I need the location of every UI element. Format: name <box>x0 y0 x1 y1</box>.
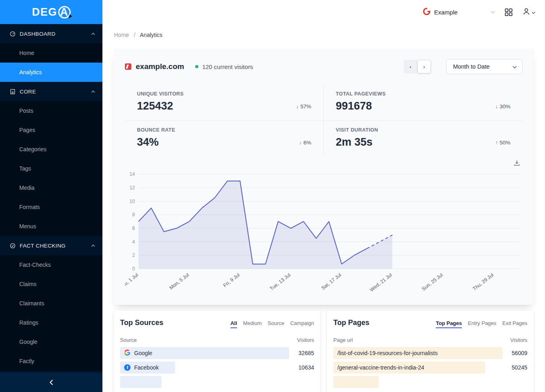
workspace-label: Example <box>434 9 457 16</box>
page-row-partial[interactable] <box>333 376 527 388</box>
pages-tabs: Top Pages Entry Pages Exit Pages <box>436 320 527 328</box>
check-circle-icon <box>10 243 16 249</box>
breakdown-cards: Top Sources All Medium Source Campaign S… <box>114 311 534 392</box>
chevron-down-icon <box>512 63 517 70</box>
stat-value: 2m 35s <box>336 136 378 148</box>
sidebar-item-tags[interactable]: Tags <box>0 159 102 178</box>
stat-change: ↑ 50% <box>495 140 510 148</box>
stat-label: BOUNCE RATE <box>137 127 175 133</box>
prev-period-button[interactable]: ‹ <box>404 60 417 73</box>
sidebar-item-ratings[interactable]: Ratings <box>0 313 102 332</box>
trend-arrow-icon: ↓ <box>299 140 302 146</box>
top-pages-card: Top Pages Top Pages Entry Pages Exit Pag… <box>327 311 534 392</box>
page-content: example.com 120 current visitors ‹ › Mon… <box>102 38 545 392</box>
sidebar-item-pages[interactable]: Pages <box>0 120 102 140</box>
svg-text:Mon, 5 Jul: Mon, 5 Jul <box>168 272 190 290</box>
download-row <box>125 156 523 168</box>
svg-text:Fri, 9 Jul: Fri, 9 Jul <box>222 272 241 288</box>
analytics-panel: example.com 120 current visitors ‹ › Mon… <box>114 49 534 305</box>
svg-text:2: 2 <box>132 252 135 258</box>
svg-text:14: 14 <box>130 171 135 177</box>
tab-top-pages[interactable]: Top Pages <box>436 320 462 328</box>
visitors-count: 32685 <box>295 350 314 356</box>
period-dropdown[interactable]: Month to Date <box>446 59 523 74</box>
sidebar-section-core[interactable]: CORE <box>0 82 102 101</box>
sidebar-item-factly[interactable]: Factly <box>0 351 102 371</box>
fact-checking-items: Fact-Checks Claims Claimants Ratings Goo… <box>0 255 102 371</box>
sidebar-item-categories[interactable]: Categories <box>0 140 102 159</box>
svg-text:Wed, 21 Jul: Wed, 21 Jul <box>369 272 393 292</box>
source-name: Google <box>134 350 152 356</box>
stat-total-pageviews: TOTAL PAGEVIEWS 991678 ↓ 30% <box>324 85 523 121</box>
download-icon[interactable] <box>514 160 520 168</box>
sidebar: DEG A DASHBOARD Home Analytics <box>0 0 102 392</box>
page-row[interactable]: /general-vaccine-trends-in-india-24 5024… <box>333 362 527 374</box>
section-label: FACT CHECKING <box>20 243 65 249</box>
svg-text:Thu, 29 Jul: Thu, 29 Jul <box>472 272 494 292</box>
sidebar-item-formats[interactable]: Formats <box>0 197 102 217</box>
source-row-facebook[interactable]: f Facebook 10634 <box>120 362 314 374</box>
trend-arrow-icon: ↓ <box>495 104 498 110</box>
main-area: Example Home / Analytics <box>102 0 545 392</box>
site-domain: example.com <box>136 62 184 71</box>
sources-column-headers: Source Visitors <box>120 337 314 343</box>
dashboard-items: Home Analytics <box>0 43 102 82</box>
stat-value: 125432 <box>137 100 184 112</box>
tab-medium[interactable]: Medium <box>243 320 261 328</box>
workspace-selector[interactable]: Example <box>423 8 495 17</box>
tab-exit-pages[interactable]: Exit Pages <box>502 320 527 328</box>
sidebar-item-fact-checks[interactable]: Fact-Checks <box>0 255 102 274</box>
next-period-button[interactable]: › <box>417 60 431 73</box>
stat-label: TOTAL PAGEVIEWS <box>336 91 386 97</box>
sidebar-nav: DASHBOARD Home Analytics CORE Posts <box>0 24 102 373</box>
section-label: CORE <box>20 89 36 95</box>
visitors-count: 10634 <box>295 364 314 371</box>
tab-all[interactable]: All <box>231 320 237 328</box>
tab-entry-pages[interactable]: Entry Pages <box>468 320 496 328</box>
sidebar-section-fact-checking[interactable]: FACT CHECKING <box>0 236 102 255</box>
stat-value: 991678 <box>336 100 386 112</box>
sidebar-item-home[interactable]: Home <box>0 43 102 63</box>
source-row-partial[interactable] <box>120 376 314 388</box>
breadcrumb-home[interactable]: Home <box>114 32 129 38</box>
workspace-logo-icon <box>423 8 431 17</box>
breadcrumb-current: Analytics <box>140 32 162 38</box>
tab-campaign[interactable]: Campaign <box>290 320 314 328</box>
app-logo[interactable]: DEG A <box>0 0 102 24</box>
chevron-up-icon <box>91 244 95 247</box>
visitors-chart-svg: 02468101214Thu, 1 JulMon, 5 JulFri, 9 Ju… <box>125 169 523 301</box>
stat-label: VISIT DURATION <box>336 127 378 133</box>
live-dot-icon <box>195 65 198 68</box>
breadcrumb: Home / Analytics <box>102 24 545 38</box>
svg-text:Thu, 1 Jul: Thu, 1 Jul <box>125 272 139 290</box>
sidebar-item-posts[interactable]: Posts <box>0 101 102 120</box>
sidebar-item-claims[interactable]: Claims <box>0 274 102 294</box>
sidebar-collapse-button[interactable] <box>0 373 102 392</box>
google-icon <box>124 349 131 357</box>
sidebar-item-google[interactable]: Google <box>0 332 102 351</box>
sidebar-item-analytics[interactable]: Analytics <box>0 63 102 82</box>
apps-grid-button[interactable] <box>505 8 512 16</box>
user-menu[interactable] <box>522 7 535 17</box>
sidebar-section-dashboard[interactable]: DASHBOARD <box>0 24 102 43</box>
source-name: Facebook <box>134 364 159 371</box>
sidebar-item-media[interactable]: Media <box>0 178 102 197</box>
svg-text:4: 4 <box>132 239 135 245</box>
stat-change: ↓ 6% <box>299 140 311 148</box>
stat-change: ↓ 30% <box>495 104 510 112</box>
tab-source[interactable]: Source <box>268 320 284 328</box>
sidebar-item-menus[interactable]: Menus <box>0 217 102 236</box>
stat-label: UNIQUE VISITORS <box>137 91 184 97</box>
card-title: Top Sources <box>120 319 163 327</box>
chevron-down-icon <box>532 8 535 16</box>
sidebar-item-claimants[interactable]: Claimants <box>0 294 102 313</box>
card-title: Top Pages <box>333 319 369 327</box>
source-row-google[interactable]: Google 32685 <box>120 347 314 359</box>
page-url: /general-vaccine-trends-in-india-24 <box>337 364 424 371</box>
dashboard-icon <box>10 31 16 37</box>
page-row[interactable]: /list-of-covid-19-resources-for-journali… <box>333 347 527 359</box>
container-icon <box>10 89 16 95</box>
user-icon <box>522 7 531 17</box>
svg-text:8: 8 <box>132 212 135 217</box>
trend-arrow-icon: ↑ <box>495 140 498 146</box>
